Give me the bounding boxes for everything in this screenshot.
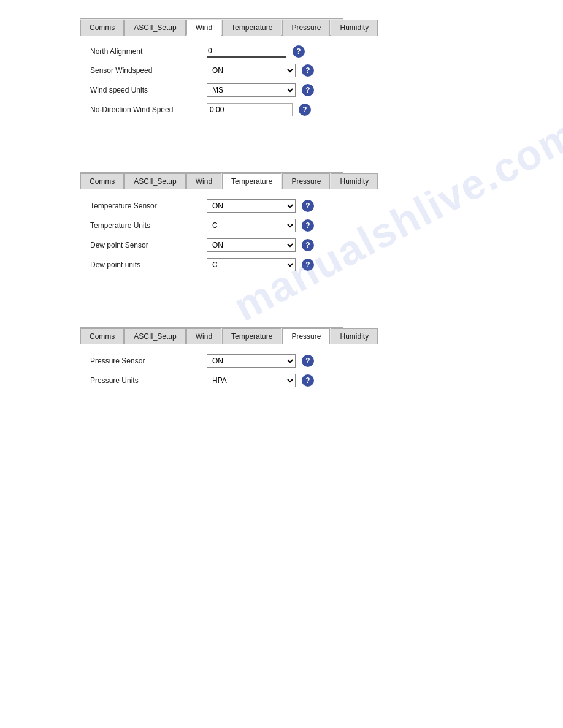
sensor-windspeed-row: Sensor Windspeed ON OFF ? bbox=[90, 64, 333, 77]
temperature-sensor-select[interactable]: ON OFF bbox=[207, 199, 296, 213]
tab-comms-pressure[interactable]: Comms bbox=[80, 328, 124, 344]
wind-speed-units-label: Wind speed Units bbox=[90, 86, 207, 94]
pressure-tab-bar: Comms ASCII_Setup Wind Temperature Press… bbox=[80, 328, 343, 344]
temperature-tab-bar: Comms ASCII_Setup Wind Temperature Press… bbox=[80, 173, 343, 189]
tab-wind-temp[interactable]: Wind bbox=[186, 173, 221, 189]
tab-humidity-wind[interactable]: Humidity bbox=[331, 20, 378, 36]
temperature-units-row: Temperature Units C F ? bbox=[90, 219, 333, 232]
dew-point-sensor-help[interactable]: ? bbox=[302, 239, 314, 251]
tab-wind[interactable]: Wind bbox=[186, 20, 221, 36]
wind-speed-units-row: Wind speed Units MS KPH MPH Knots ? bbox=[90, 83, 333, 97]
sensor-windspeed-help[interactable]: ? bbox=[302, 64, 314, 77]
temperature-units-help[interactable]: ? bbox=[302, 219, 314, 232]
tab-temperature-wind[interactable]: Temperature bbox=[222, 20, 282, 36]
temperature-panel-content: Temperature Sensor ON OFF ? Temperature … bbox=[80, 189, 343, 290]
pressure-units-row: Pressure Units HPA MB INHG PA ? bbox=[90, 374, 333, 387]
dew-point-units-select[interactable]: C F bbox=[207, 258, 296, 271]
pressure-units-help[interactable]: ? bbox=[302, 374, 314, 387]
no-direction-wind-speed-row: No-Direction Wind Speed ? bbox=[90, 103, 333, 116]
temperature-units-label: Temperature Units bbox=[90, 221, 207, 230]
wind-panel: Comms ASCII_Setup Wind Temperature Press… bbox=[80, 18, 343, 135]
tab-comms-wind[interactable]: Comms bbox=[80, 20, 124, 36]
pressure-units-select[interactable]: HPA MB INHG PA bbox=[207, 374, 296, 387]
tab-pressure-temp[interactable]: Pressure bbox=[282, 173, 330, 189]
wind-tab-bar: Comms ASCII_Setup Wind Temperature Press… bbox=[80, 19, 343, 36]
dew-point-sensor-select[interactable]: ON OFF bbox=[207, 238, 296, 252]
temperature-panel: Comms ASCII_Setup Wind Temperature Press… bbox=[80, 172, 343, 290]
north-alignment-row: North Alignment ? bbox=[90, 45, 333, 58]
tab-humidity-pressure[interactable]: Humidity bbox=[331, 328, 378, 344]
north-alignment-help[interactable]: ? bbox=[293, 45, 305, 58]
tab-comms-temp[interactable]: Comms bbox=[80, 173, 124, 189]
temperature-sensor-help[interactable]: ? bbox=[302, 200, 314, 212]
tab-temperature[interactable]: Temperature bbox=[222, 173, 282, 189]
tab-wind-pressure[interactable]: Wind bbox=[186, 328, 221, 344]
no-direction-wind-speed-label: No-Direction Wind Speed bbox=[90, 105, 207, 114]
tab-humidity-temp[interactable]: Humidity bbox=[331, 173, 378, 189]
pressure-sensor-select[interactable]: ON OFF bbox=[207, 354, 296, 368]
dew-point-units-label: Dew point units bbox=[90, 260, 207, 269]
tab-ascii-setup-pressure[interactable]: ASCII_Setup bbox=[124, 328, 185, 344]
pressure-panel: Comms ASCII_Setup Wind Temperature Press… bbox=[80, 327, 343, 406]
no-direction-wind-speed-input[interactable] bbox=[207, 103, 293, 116]
temperature-sensor-label: Temperature Sensor bbox=[90, 202, 207, 210]
wind-speed-units-select[interactable]: MS KPH MPH Knots bbox=[207, 83, 296, 97]
dew-point-sensor-label: Dew point Sensor bbox=[90, 241, 207, 249]
pressure-units-label: Pressure Units bbox=[90, 376, 207, 385]
pressure-panel-content: Pressure Sensor ON OFF ? Pressure Units … bbox=[80, 344, 343, 406]
pressure-sensor-label: Pressure Sensor bbox=[90, 357, 207, 365]
north-alignment-input[interactable] bbox=[207, 45, 286, 58]
dew-point-sensor-row: Dew point Sensor ON OFF ? bbox=[90, 238, 333, 252]
tab-ascii-setup-wind[interactable]: ASCII_Setup bbox=[124, 20, 185, 36]
tab-pressure-wind[interactable]: Pressure bbox=[282, 20, 330, 36]
wind-panel-content: North Alignment ? Sensor Windspeed ON OF… bbox=[80, 36, 343, 135]
wind-speed-units-help[interactable]: ? bbox=[302, 84, 314, 96]
dew-point-units-help[interactable]: ? bbox=[302, 259, 314, 271]
north-alignment-label: North Alignment bbox=[90, 47, 207, 56]
sensor-windspeed-select[interactable]: ON OFF bbox=[207, 64, 296, 77]
tab-ascii-setup-temp[interactable]: ASCII_Setup bbox=[124, 173, 185, 189]
no-direction-wind-speed-help[interactable]: ? bbox=[299, 104, 311, 116]
pressure-sensor-row: Pressure Sensor ON OFF ? bbox=[90, 354, 333, 368]
temperature-units-select[interactable]: C F bbox=[207, 219, 296, 232]
tab-pressure[interactable]: Pressure bbox=[282, 328, 330, 344]
dew-point-units-row: Dew point units C F ? bbox=[90, 258, 333, 271]
panels-container: Comms ASCII_Setup Wind Temperature Press… bbox=[0, 0, 563, 406]
pressure-sensor-help[interactable]: ? bbox=[302, 355, 314, 367]
sensor-windspeed-label: Sensor Windspeed bbox=[90, 66, 207, 75]
temperature-sensor-row: Temperature Sensor ON OFF ? bbox=[90, 199, 333, 213]
tab-temperature-pressure[interactable]: Temperature bbox=[222, 328, 282, 344]
